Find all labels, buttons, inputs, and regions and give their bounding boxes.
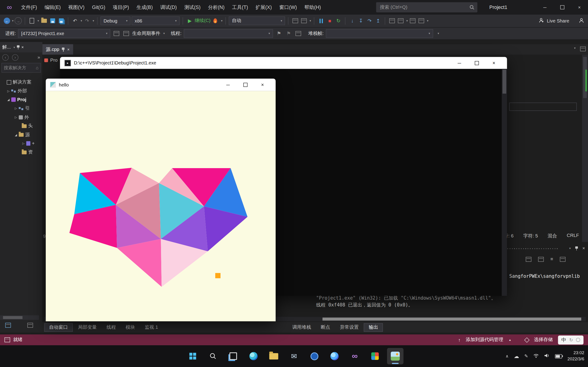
- menu-view[interactable]: 视图(V): [65, 0, 88, 15]
- breadcrumb[interactable]: Pro: [50, 58, 58, 63]
- attach-mode-dropdown[interactable]: 自动▾: [229, 17, 285, 25]
- open-folder-icon[interactable]: [40, 17, 48, 25]
- edge-browser-button[interactable]: [245, 348, 262, 365]
- step-into-icon[interactable]: ↧: [357, 17, 365, 25]
- redo-icon[interactable]: ↷: [83, 17, 91, 25]
- collapse-icon[interactable]: [538, 257, 544, 261]
- pin-icon[interactable]: [62, 48, 65, 52]
- platform-dropdown[interactable]: x86▾: [132, 17, 180, 25]
- process-refresh-icon[interactable]: [113, 29, 120, 38]
- cloud-icon[interactable]: ☁: [514, 353, 519, 359]
- console-title-bar[interactable]: ▸ D:\c++\VS\Project1\Debug\Project1.exe …: [60, 57, 507, 69]
- expand-arrow-icon[interactable]: ◢: [6, 98, 11, 102]
- flag-outline-icon[interactable]: ⚑: [285, 29, 293, 38]
- expand-arrow-icon[interactable]: ▷: [14, 107, 18, 110]
- tab-threads[interactable]: 线程: [102, 323, 120, 331]
- tab-source-cpp[interactable]: 源.cpp ×: [42, 44, 73, 55]
- chevron-down-icon[interactable]: ▾: [37, 19, 39, 23]
- hello-window[interactable]: hello ─ ×: [46, 79, 276, 321]
- save-icon[interactable]: [49, 17, 56, 25]
- new-file-icon[interactable]: [28, 17, 36, 25]
- home-icon[interactable]: ⌂: [36, 65, 39, 70]
- feedback-icon[interactable]: [579, 17, 584, 24]
- ime-indicator-chip[interactable]: 中 ↻: [558, 335, 583, 344]
- browser-link-icon[interactable]: [300, 17, 308, 25]
- taskbar-search-button[interactable]: [205, 348, 221, 365]
- step-out-icon[interactable]: ↥: [374, 17, 382, 25]
- console-scrollbar[interactable]: [502, 69, 507, 296]
- explorer-back-icon[interactable]: ‹: [2, 54, 9, 60]
- toolbar-overflow-icon[interactable]: ▾: [438, 32, 439, 35]
- start-button[interactable]: [184, 348, 201, 365]
- live-share-button[interactable]: Live Share: [547, 18, 569, 23]
- menu-debug[interactable]: 调试(D): [156, 0, 181, 15]
- chevron-down-icon[interactable]: ▾: [221, 19, 223, 23]
- quick-search-input[interactable]: 搜索 (Ctrl+Q): [376, 2, 477, 12]
- file-explorer-button[interactable]: [266, 348, 282, 365]
- restart-debug-icon[interactable]: ↻: [335, 17, 342, 25]
- tray-chevron-up-icon[interactable]: ∧: [506, 354, 509, 359]
- chevron-down-icon[interactable]: ▾: [163, 32, 165, 35]
- chevron-down-icon[interactable]: ▾: [14, 45, 15, 49]
- close-icon[interactable]: ×: [21, 45, 24, 50]
- immediate-window-icon[interactable]: [397, 17, 405, 25]
- app-grid-button[interactable]: [367, 348, 383, 365]
- battery-icon[interactable]: [555, 354, 562, 358]
- chevron-down-icon[interactable]: ▾: [93, 19, 94, 23]
- hot-reload-flame-icon[interactable]: [212, 17, 219, 25]
- tree-item-source-file[interactable]: ▷ +: [0, 139, 42, 148]
- menu-analyze[interactable]: 分析(N): [204, 0, 228, 15]
- process-dropdown[interactable]: [47232] Project1.exe▾: [18, 29, 111, 38]
- menu-test[interactable]: 测试(S): [181, 0, 204, 15]
- chevron-down-icon[interactable]: ▾: [310, 19, 311, 23]
- thread-dropdown[interactable]: ▾: [184, 29, 273, 38]
- tab-call-stack[interactable]: 调用堆栈: [288, 323, 316, 331]
- live-share-icon[interactable]: [539, 17, 544, 24]
- editor-scrollbar[interactable]: [582, 55, 588, 242]
- console-maximize-button[interactable]: [468, 57, 485, 69]
- stack-frame-dropdown[interactable]: ▾: [326, 29, 433, 38]
- tab-exception-settings[interactable]: 异常设置: [335, 323, 363, 331]
- solution-search-input[interactable]: 搜索解决方 ⌂: [2, 63, 41, 73]
- tab-locals[interactable]: 局部变量: [73, 323, 101, 331]
- menu-file[interactable]: 文件(F): [17, 0, 41, 15]
- nav-back-icon[interactable]: ←: [4, 18, 10, 24]
- chevron-down-icon[interactable]: ▾: [569, 247, 571, 250]
- lifecycle-icon[interactable]: [122, 29, 130, 38]
- git-changes-view-icon[interactable]: [27, 323, 33, 327]
- hello-close-button[interactable]: ×: [254, 79, 271, 91]
- tree-item-sources[interactable]: ◢ 源: [0, 131, 42, 139]
- chevron-down-icon[interactable]: ▾: [427, 19, 429, 23]
- vs-close-button[interactable]: ×: [571, 0, 588, 15]
- clock-app-button[interactable]: [306, 348, 322, 365]
- tab-output[interactable]: 输出: [364, 323, 383, 332]
- line-tools-icon[interactable]: [418, 17, 425, 25]
- vs-minimize-button[interactable]: ─: [536, 0, 553, 15]
- tree-item-project[interactable]: ◢ Proj: [0, 95, 42, 104]
- add-to-source-control-button[interactable]: 添加到源代码管理: [466, 337, 503, 343]
- word-wrap-icon[interactable]: [560, 257, 565, 261]
- expand-arrow-icon[interactable]: ▷: [6, 90, 11, 93]
- taskbar-clock[interactable]: 23:02 2022/3/6: [568, 350, 584, 362]
- horizontal-scrollbar[interactable]: [0, 315, 39, 320]
- hello-title-bar[interactable]: hello ─ ×: [46, 79, 276, 91]
- lifecycle-events-button[interactable]: 生命周期事件: [132, 30, 160, 37]
- browser-button[interactable]: [326, 348, 343, 365]
- menu-tools[interactable]: 工具(T): [228, 0, 252, 15]
- tab-autos[interactable]: 自动窗口: [44, 323, 73, 332]
- overflow-chevrons-icon[interactable]: »: [37, 55, 40, 60]
- volume-icon[interactable]: [544, 353, 550, 359]
- continue-play-icon[interactable]: ▶: [186, 17, 194, 25]
- running-app-button[interactable]: [387, 348, 404, 365]
- tab-list-chevron-icon[interactable]: ▾: [574, 46, 576, 51]
- chevron-down-icon[interactable]: ▾: [81, 19, 82, 23]
- tree-item-headers[interactable]: 头: [0, 122, 42, 131]
- close-icon[interactable]: ×: [582, 246, 585, 251]
- pin-icon[interactable]: [17, 45, 19, 49]
- solution-explorer-tab[interactable]: 解... ▾ ×: [0, 42, 42, 52]
- tab-modules[interactable]: 模块: [121, 323, 139, 331]
- menu-edit[interactable]: 编辑(E): [41, 0, 64, 15]
- task-view-button[interactable]: [225, 348, 242, 365]
- pen-icon[interactable]: ✎: [524, 353, 528, 359]
- menu-git[interactable]: Git(G): [88, 0, 109, 15]
